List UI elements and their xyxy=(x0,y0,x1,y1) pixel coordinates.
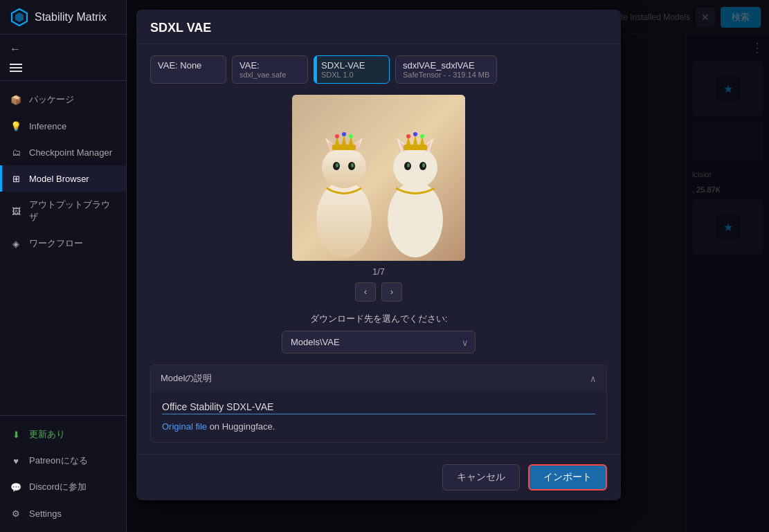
update-icon: ⬇ xyxy=(10,428,22,441)
output-browser-icon: 🖼 xyxy=(10,205,22,217)
sidebar-item-label: パッケージ xyxy=(29,93,74,106)
svg-point-11 xyxy=(336,163,338,167)
svg-point-29 xyxy=(422,163,425,167)
settings-icon: ⚙ xyxy=(10,507,22,520)
checkpoint-icon: 🗂 xyxy=(10,146,22,158)
svg-rect-13 xyxy=(332,145,356,150)
sidebar-item-label: Patreonになる xyxy=(29,455,88,467)
sidebar-item-label: Discordに参加 xyxy=(29,481,87,493)
sidebar-top-actions: ← xyxy=(0,35,126,81)
sidebar-item-checkpoint-manager[interactable]: 🗂 Checkpoint Manager xyxy=(0,139,126,165)
description-section: Modelの説明 Office Stability SDXL-VAE Origi… xyxy=(150,365,607,443)
sidebar: Stability Matrix ← 📦 パッケージ 💡 Inference 🗂… xyxy=(0,0,127,532)
svg-point-35 xyxy=(413,132,417,136)
description-header-label: Modelの説明 xyxy=(161,372,212,385)
modal-footer: キャンセル インポート xyxy=(136,454,621,500)
svg-point-4 xyxy=(322,147,366,188)
sidebar-item-settings[interactable]: ⚙ Settings xyxy=(0,500,126,526)
gallery-image: VAE: None VAE:sdxl_vae.safe xyxy=(292,95,465,261)
gallery-prev-button[interactable]: ‹ xyxy=(355,282,376,302)
cat-illustration xyxy=(292,95,465,261)
gallery-next-button[interactable]: › xyxy=(381,282,402,302)
svg-rect-30 xyxy=(404,145,427,150)
chevron-down-icon: ∨ xyxy=(462,337,469,347)
modal-dialog: SDXL VAE VAE: None VAE: sdxl_vae.safe SD… xyxy=(136,10,621,500)
packages-icon: 📦 xyxy=(10,93,22,106)
version-tab-sdxl-vae[interactable]: SDXL-VAE SDXL 1.0 xyxy=(314,55,390,84)
sidebar-item-label: アウトプットブラウザ xyxy=(29,199,116,223)
cancel-button[interactable]: キャンセル xyxy=(442,464,520,490)
sidebar-item-label: Checkpoint Manager xyxy=(29,147,112,158)
version-tab-sdxlvae[interactable]: sdxlVAE_sdxlVAE SafeTensor - - 319.14 MB xyxy=(395,55,497,84)
sidebar-item-packages[interactable]: 📦 パッケージ xyxy=(0,86,126,113)
modal-title: SDXL VAE xyxy=(150,21,211,35)
modal-overlay: SDXL VAE VAE: None VAE: sdxl_vae.safe SD… xyxy=(127,0,769,532)
desc-link-suffix: on Huggingface. xyxy=(207,421,275,432)
gallery-counter: 1/7 xyxy=(372,266,385,277)
gallery-main: VAE: None VAE:sdxl_vae.safe xyxy=(292,95,465,261)
app-title: Stability Matrix xyxy=(35,11,107,24)
svg-point-17 xyxy=(335,134,339,138)
download-section: ダウンロード先を選んでください: Models\VAE ∨ xyxy=(150,313,607,354)
download-path-value: Models\VAE xyxy=(291,337,340,347)
svg-point-34 xyxy=(406,134,410,138)
gallery-nav: ‹ › xyxy=(355,282,402,302)
svg-point-19 xyxy=(349,134,353,138)
hamburger-menu[interactable] xyxy=(10,61,116,75)
app-logo-icon xyxy=(10,8,29,27)
sidebar-item-inference[interactable]: 💡 Inference xyxy=(0,113,126,139)
discord-icon: 💬 xyxy=(10,481,22,493)
modal-body: VAE: None VAE: sdxl_vae.safe SDXL-VAE SD… xyxy=(136,44,621,454)
main-content: de Installed Models ✕ 検索 ⋮ ★ icisior , 2… xyxy=(127,0,769,532)
version-tab-vae-none[interactable]: VAE: None xyxy=(150,55,226,84)
model-browser-icon: ⊞ xyxy=(10,172,22,185)
sidebar-item-label: Settings xyxy=(29,508,62,519)
sidebar-logo: Stability Matrix xyxy=(0,0,126,35)
sidebar-item-discord[interactable]: 💬 Discordに参加 xyxy=(0,474,126,500)
workflow-icon: ◈ xyxy=(10,237,22,250)
collapse-icon xyxy=(590,374,597,384)
sidebar-item-output-browser[interactable]: 🖼 アウトプットブラウザ xyxy=(0,192,126,230)
svg-marker-1 xyxy=(15,12,24,22)
import-button[interactable]: インポート xyxy=(528,464,607,490)
download-path-select-wrapper: Models\VAE ∨ xyxy=(282,331,476,354)
svg-point-36 xyxy=(420,134,424,138)
active-tab-indicator xyxy=(314,56,317,83)
description-body: Office Stability SDXL-VAE Original file … xyxy=(151,392,606,442)
image-gallery: VAE: None VAE:sdxl_vae.safe xyxy=(150,95,607,302)
svg-point-28 xyxy=(407,163,410,167)
svg-point-12 xyxy=(351,163,354,167)
description-header[interactable]: Modelの説明 xyxy=(151,365,606,392)
sidebar-item-label: ワークフロー xyxy=(29,237,83,250)
modal-header: SDXL VAE xyxy=(136,10,621,44)
patreon-icon: ♥ xyxy=(10,455,22,467)
sidebar-item-update[interactable]: ⬇ 更新あり xyxy=(0,421,126,448)
sidebar-bottom: ⬇ 更新あり ♥ Patreonになる 💬 Discordに参加 ⚙ Setti… xyxy=(0,415,126,532)
version-tab-vae-sdxl[interactable]: VAE: sdxl_vae.safe xyxy=(232,55,308,84)
desc-link-line: Original file on Huggingface. xyxy=(162,420,595,432)
sidebar-item-patreon[interactable]: ♥ Patreonになる xyxy=(0,448,126,474)
back-button[interactable]: ← xyxy=(10,40,116,58)
sidebar-item-label: 更新あり xyxy=(29,428,65,441)
svg-point-21 xyxy=(393,147,437,188)
version-tabs: VAE: None VAE: sdxl_vae.safe SDXL-VAE SD… xyxy=(150,55,607,84)
inference-icon: 💡 xyxy=(10,120,22,132)
sidebar-item-label: Inference xyxy=(29,121,66,131)
sidebar-item-label: Model Browser xyxy=(29,174,89,184)
desc-title: Office Stability SDXL-VAE xyxy=(162,401,595,414)
sidebar-item-model-browser[interactable]: ⊞ Model Browser xyxy=(0,165,126,192)
original-file-link[interactable]: Original file xyxy=(162,421,207,432)
download-label: ダウンロード先を選んでください: xyxy=(310,313,448,325)
sidebar-nav: 📦 パッケージ 💡 Inference 🗂 Checkpoint Manager… xyxy=(0,81,126,415)
download-path-select[interactable]: Models\VAE ∨ xyxy=(282,331,476,354)
sidebar-item-workflow[interactable]: ◈ ワークフロー xyxy=(0,230,126,257)
svg-point-18 xyxy=(342,132,346,136)
